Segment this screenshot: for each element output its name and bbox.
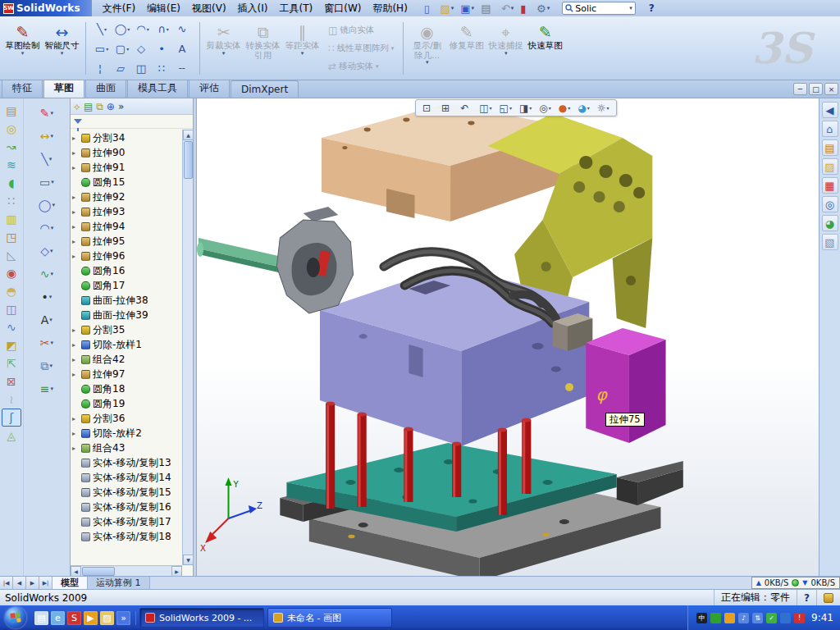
- feature-tree-item[interactable]: ▸ 圆角15: [72, 175, 182, 189]
- feature-tree-item[interactable]: ▸ 切除-放样2: [72, 426, 182, 441]
- ribbon-button[interactable]: ↔ 智能尺寸 ▾: [43, 19, 81, 78]
- collapse-chevron-icon[interactable]: ◀: [822, 102, 838, 118]
- construction-tool-icon[interactable]: ╌ ▾: [174, 59, 194, 78]
- undo-icon[interactable]: ↶ ▾: [499, 1, 516, 16]
- text-tool-icon[interactable]: A ▾: [174, 39, 194, 58]
- hole-wizard-icon[interactable]: ◉: [2, 264, 21, 282]
- pattern-icon[interactable]: ∷: [2, 192, 21, 210]
- feature-tree-item[interactable]: ▸ 拉伸97: [72, 367, 182, 381]
- model-clamp-part[interactable]: [197, 207, 354, 313]
- security-icon[interactable]: ✓: [766, 613, 777, 623]
- dropdown-arrow-icon[interactable]: ▾: [50, 340, 53, 346]
- search-box[interactable]: ▾: [562, 2, 636, 15]
- line-tool-icon[interactable]: ╲ ▾: [92, 20, 112, 39]
- configurationmanager-tab-icon[interactable]: ⧉: [96, 102, 103, 112]
- more-chevron-icon[interactable]: »: [116, 611, 130, 625]
- curve-icon[interactable]: ∿: [2, 318, 21, 336]
- polygon-tool-icon[interactable]: ◇ ▾: [133, 39, 153, 58]
- feature-tree-item[interactable]: ▸ 拉伸96: [72, 249, 182, 263]
- view-settings-icon[interactable]: ☼ ▾: [595, 101, 612, 115]
- spline-tool-icon[interactable]: ∿ ▾: [174, 20, 194, 39]
- folder-icon[interactable]: ▨: [100, 611, 114, 625]
- print-icon[interactable]: ▤ ▾: [478, 1, 497, 16]
- circle-tool-icon[interactable]: ◯ ▾: [112, 20, 132, 39]
- feature-tree-item[interactable]: ▸ 组合43: [72, 441, 182, 455]
- trim-flyout-icon[interactable]: ✂ ▾: [30, 331, 63, 354]
- commandmanager-tab[interactable]: 曲面: [85, 78, 126, 98]
- dropdown-arrow-icon[interactable]: ▾: [50, 248, 53, 254]
- dropdown-arrow-icon[interactable]: ▾: [61, 51, 64, 57]
- close-button[interactable]: ×: [824, 83, 838, 95]
- design-library-icon[interactable]: ▤: [822, 139, 838, 156]
- expand-arrow-icon[interactable]: ▸: [72, 135, 79, 142]
- dropdown-arrow-icon[interactable]: ▾: [49, 294, 52, 300]
- dropdown-arrow-icon[interactable]: ▾: [504, 51, 508, 57]
- ribbon-button[interactable]: ⌖ 快速捕捉 ▾: [486, 19, 525, 78]
- dropdown-arrow-icon[interactable]: ▾: [51, 179, 54, 185]
- dropdown-arrow-icon[interactable]: ▾: [50, 363, 53, 369]
- scrollbar-thumb[interactable]: [184, 141, 193, 179]
- start-button[interactable]: [5, 607, 26, 628]
- menu-item[interactable]: 窗口(W): [318, 0, 367, 17]
- apply-scene-icon[interactable]: ◕ ▾: [575, 101, 592, 115]
- menu-item[interactable]: 插入(I): [232, 0, 274, 17]
- ribbon-button[interactable]: ✂ 剪裁实体 ▾: [204, 19, 243, 78]
- menu-item[interactable]: 编辑(E): [141, 0, 186, 17]
- ime-icon[interactable]: 中: [696, 613, 707, 623]
- dropdown-arrow-icon[interactable]: ▾: [376, 63, 379, 70]
- feature-tree-item[interactable]: ▸ 实体-移动/复制13: [72, 455, 182, 470]
- featuremanager-tab-icon[interactable]: ⟡: [74, 102, 80, 112]
- antivirus-icon[interactable]: [710, 613, 721, 623]
- graphics-viewport[interactable]: φ Y X Z ⊡ ▾: [197, 98, 819, 576]
- model-right-rail[interactable]: [617, 461, 683, 505]
- expand-arrow-icon[interactable]: ▸: [72, 341, 79, 349]
- ribbon-button[interactable]: ✎ 草图绘制 ▾: [3, 19, 42, 78]
- hide-show-icon[interactable]: ◎ ▾: [536, 101, 554, 115]
- rectangle-tool-icon[interactable]: ▭ ▾: [92, 39, 112, 58]
- volume-icon[interactable]: ♪: [738, 613, 749, 623]
- ribbon-button[interactable]: ⇄ 移动实体 ▾: [325, 58, 397, 75]
- scrollbar-thumb[interactable]: [82, 567, 115, 576]
- alert-icon[interactable]: !: [794, 613, 805, 623]
- rib-icon[interactable]: ▥: [2, 210, 21, 228]
- expand-arrow-icon[interactable]: ▸: [72, 415, 79, 422]
- scroll-down-icon[interactable]: ▼: [183, 555, 194, 565]
- tree-vertical-scrollbar[interactable]: ▲ ▼: [182, 130, 193, 565]
- tab-nav-button[interactable]: |◀: [0, 577, 13, 589]
- dimension-flyout-icon[interactable]: ↔ ▾: [30, 125, 63, 148]
- wrap-icon[interactable]: ◬: [2, 427, 21, 445]
- expand-arrow-icon[interactable]: ▸: [72, 356, 79, 363]
- feature-tree-item[interactable]: ▸ 实体-移动/复制14: [72, 470, 182, 485]
- media-player-icon[interactable]: ▶: [84, 611, 98, 625]
- feature-tree-item[interactable]: ▸ 圆角16: [72, 263, 182, 278]
- solidworks-quicklaunch-icon[interactable]: S: [67, 611, 81, 625]
- tab-nav-button[interactable]: ◀: [13, 577, 26, 589]
- dropdown-arrow-icon[interactable]: ▾: [222, 51, 226, 57]
- toolbox-icon[interactable]: ▦: [822, 177, 838, 194]
- appearances-icon[interactable]: ◕: [822, 215, 838, 231]
- arc-tool-icon[interactable]: ◠ ▾: [133, 20, 153, 39]
- dropdown-arrow-icon[interactable]: ▾: [21, 51, 25, 57]
- dropdown-arrow-icon[interactable]: ▾: [50, 271, 53, 277]
- feature-tree-item[interactable]: ▸ 实体-移动/复制17: [72, 514, 182, 529]
- feature-tree-item[interactable]: ▸ 组合42: [72, 352, 182, 367]
- menu-item[interactable]: 视图(V): [186, 0, 232, 17]
- commandmanager-tab[interactable]: 模具工具: [127, 78, 188, 98]
- options-icon[interactable]: ⚙ ▾: [534, 1, 552, 16]
- dropdown-arrow-icon[interactable]: ▾: [52, 202, 55, 208]
- circle-flyout-icon[interactable]: ◯ ▾: [30, 194, 63, 217]
- expand-arrow-icon[interactable]: ▸: [72, 326, 79, 334]
- commandmanager-tab[interactable]: 草图: [43, 78, 84, 98]
- dropdown-arrow-icon[interactable]: ▾: [50, 386, 53, 392]
- rebuild-icon[interactable]: ▮ ▾: [518, 1, 532, 16]
- feature-tree-item[interactable]: ▸ 曲面-拉伸39: [72, 308, 182, 322]
- dimxpertmanager-tab-icon[interactable]: ⊕: [107, 102, 115, 112]
- minimize-button[interactable]: ─: [793, 83, 807, 95]
- shell-icon[interactable]: ◳: [2, 228, 21, 246]
- scroll-up-icon[interactable]: ▲: [183, 130, 194, 140]
- polygon-flyout-icon[interactable]: ◇ ▾: [30, 240, 63, 262]
- zoom-fit-icon[interactable]: ⊡ ▾: [420, 101, 436, 115]
- scroll-left-icon[interactable]: ◀: [71, 566, 81, 577]
- messenger-icon[interactable]: [780, 613, 791, 623]
- new-document-icon[interactable]: ▯ ▾: [422, 1, 436, 16]
